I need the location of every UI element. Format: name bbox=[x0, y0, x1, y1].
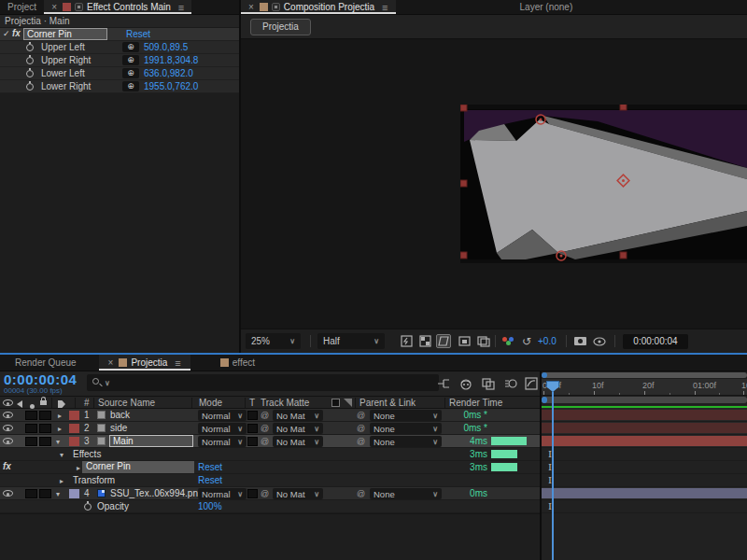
expand-chevron-icon[interactable]: ▸ bbox=[60, 477, 63, 485]
expand-chevron-icon[interactable]: ▸ bbox=[58, 412, 62, 420]
property-value[interactable]: 100% bbox=[198, 501, 222, 511]
mask-visibility-icon[interactable] bbox=[457, 334, 472, 348]
reset-button[interactable]: Reset bbox=[198, 475, 222, 485]
preview-timecode[interactable]: 0:00:00:04 bbox=[623, 334, 688, 349]
switch-cell[interactable] bbox=[25, 424, 37, 433]
layer-row-back[interactable]: ▸ 1 back Normal∨ @ No Mat∨ @ None∨ 0ms * bbox=[0, 409, 540, 422]
column-mode[interactable]: Mode bbox=[199, 398, 222, 408]
effect-name-box[interactable]: Corner Pin bbox=[82, 461, 194, 473]
visibility-eye-icon[interactable] bbox=[3, 412, 13, 418]
panel-menu-icon[interactable]: ≡ bbox=[178, 2, 184, 13]
stopwatch-icon[interactable] bbox=[26, 57, 34, 64]
frame-blending-icon[interactable] bbox=[482, 377, 495, 392]
layer-row-side[interactable]: ▸ 2 side Normal∨ @ No Mat∨ @ None∨ 0ms * bbox=[0, 422, 540, 435]
label-color-swatch[interactable] bbox=[69, 489, 79, 498]
param-value[interactable]: 509.0,89.5 bbox=[144, 42, 188, 52]
point-target-icon[interactable]: ⊕ bbox=[122, 68, 139, 78]
switch-cell[interactable] bbox=[39, 424, 51, 433]
playhead-line[interactable] bbox=[552, 381, 554, 560]
panel-menu-icon[interactable]: ≡ bbox=[175, 357, 180, 369]
effect-row-corner-pin[interactable]: fx ▸ Corner Pin Reset 3ms bbox=[0, 461, 540, 474]
property-name[interactable]: Opacity bbox=[97, 501, 129, 511]
visibility-eye-icon[interactable] bbox=[3, 425, 13, 431]
t-switch-cell[interactable] bbox=[247, 437, 258, 446]
effect-name-box[interactable]: Corner Pin bbox=[23, 28, 107, 40]
close-icon[interactable]: × bbox=[248, 2, 254, 12]
param-row-upper-left[interactable]: Upper Left ⊕ 509.0,89.5 bbox=[0, 41, 239, 54]
fast-previews-icon[interactable] bbox=[399, 334, 414, 348]
visibility-eye-icon[interactable] bbox=[3, 438, 13, 444]
parent-link-dropdown[interactable]: None∨ bbox=[370, 410, 442, 421]
group-row-transform[interactable]: ▸ Transform Reset bbox=[0, 474, 540, 487]
work-area-start-handle[interactable] bbox=[542, 397, 547, 403]
param-row-upper-right[interactable]: Upper Right ⊕ 1991.8,304.8 bbox=[0, 54, 239, 67]
column-number[interactable]: # bbox=[84, 398, 90, 408]
label-color-swatch[interactable] bbox=[69, 437, 79, 446]
param-value[interactable]: 636.0,982.0 bbox=[144, 68, 193, 78]
param-row-lower-left[interactable]: Lower Left ⊕ 636.0,982.0 bbox=[0, 67, 239, 80]
pixel-aspect-icon[interactable] bbox=[476, 334, 491, 348]
property-row-opacity[interactable]: Opacity 100% bbox=[0, 500, 540, 513]
switch-cell[interactable] bbox=[25, 489, 37, 498]
tab-timeline-effect[interactable]: effect bbox=[211, 355, 264, 371]
collapse-chevron-icon[interactable]: ▾ bbox=[56, 438, 60, 446]
group-name[interactable]: Transform bbox=[73, 475, 115, 485]
parent-link-dropdown[interactable]: None∨ bbox=[370, 436, 442, 447]
column-source-name[interactable]: Source Name bbox=[98, 398, 155, 408]
switch-cell[interactable] bbox=[25, 437, 37, 446]
work-area-bar[interactable] bbox=[542, 396, 747, 405]
pickwhip-icon[interactable]: @ bbox=[357, 437, 365, 446]
column-parent-link[interactable]: Parent & Link bbox=[359, 398, 416, 408]
motion-blur-icon[interactable] bbox=[504, 377, 517, 392]
resolution-dropdown[interactable]: Half∨ bbox=[317, 333, 385, 349]
comp-breadcrumb-button[interactable]: Projectia bbox=[250, 19, 311, 35]
collapse-chevron-icon[interactable]: ▾ bbox=[60, 451, 63, 459]
search-input[interactable]: ∨ bbox=[87, 374, 439, 391]
stopwatch-icon[interactable] bbox=[84, 502, 92, 512]
composition-viewport[interactable] bbox=[241, 39, 747, 329]
param-value[interactable]: 1991.8,304.8 bbox=[144, 55, 198, 65]
shy-layers-icon[interactable] bbox=[459, 377, 472, 392]
pickwhip-icon[interactable]: @ bbox=[357, 424, 365, 433]
pickwhip-icon[interactable]: @ bbox=[357, 411, 365, 420]
pickwhip-icon[interactable]: @ bbox=[261, 411, 269, 420]
timeline-track-pane[interactable]: 0:00f 10f 20f 01:00f 10f bbox=[540, 371, 747, 560]
point-target-icon[interactable]: ⊕ bbox=[122, 55, 139, 65]
switch-cell[interactable] bbox=[39, 489, 51, 498]
panel-menu-icon[interactable]: ≡ bbox=[382, 2, 388, 13]
expand-chevron-icon[interactable]: ▸ bbox=[58, 425, 62, 433]
switch-cell[interactable] bbox=[39, 437, 51, 446]
magnification-dropdown[interactable]: 25%∨ bbox=[246, 333, 301, 349]
time-navigator[interactable] bbox=[542, 371, 747, 379]
show-channel-icon[interactable] bbox=[500, 334, 515, 348]
layer-name-box[interactable]: Main bbox=[109, 435, 193, 447]
navigator-start-handle[interactable] bbox=[542, 372, 547, 378]
stopwatch-icon[interactable] bbox=[26, 70, 34, 77]
column-track-matte[interactable]: Track Matte bbox=[261, 398, 309, 408]
effect-header-row[interactable]: ✓ fx Corner Pin Reset bbox=[0, 28, 239, 41]
track-bar-side[interactable] bbox=[542, 422, 747, 435]
time-navigator-bar[interactable] bbox=[542, 372, 747, 378]
track-bar-ssu-tex[interactable] bbox=[542, 487, 747, 500]
tab-render-queue[interactable]: Render Queue bbox=[6, 355, 86, 371]
t-switch-cell[interactable] bbox=[247, 424, 258, 433]
layer-name[interactable]: back bbox=[110, 410, 130, 420]
effect-enabled-check-icon[interactable]: ✓ bbox=[3, 29, 10, 38]
mode-dropdown[interactable]: Normal∨ bbox=[198, 410, 247, 421]
pickwhip-icon[interactable]: @ bbox=[261, 489, 269, 498]
panel-lock-icon[interactable] bbox=[75, 3, 83, 11]
snapshot-camera-icon[interactable] bbox=[572, 334, 587, 348]
track-matte-dropdown[interactable]: No Mat∨ bbox=[273, 436, 323, 447]
group-name[interactable]: Effects bbox=[73, 449, 101, 459]
stopwatch-icon[interactable] bbox=[26, 44, 34, 51]
show-snapshot-icon[interactable] bbox=[592, 334, 607, 348]
expand-chevron-icon[interactable]: ▸ bbox=[77, 464, 80, 472]
reset-exposure-icon[interactable]: ↺ bbox=[519, 334, 534, 348]
transparency-grid-icon[interactable] bbox=[417, 334, 432, 348]
tab-effect-controls[interactable]: × Effect Controls Main ≡ bbox=[44, 0, 191, 14]
close-icon[interactable]: × bbox=[51, 2, 57, 12]
parent-link-dropdown[interactable]: None∨ bbox=[370, 488, 442, 499]
point-target-icon[interactable]: ⊕ bbox=[122, 81, 139, 91]
region-of-interest-icon[interactable] bbox=[436, 334, 451, 348]
pickwhip-icon[interactable]: @ bbox=[261, 437, 269, 446]
